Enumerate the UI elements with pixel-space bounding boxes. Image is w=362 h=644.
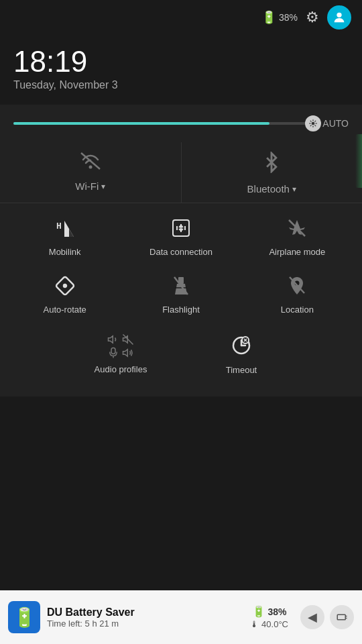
mobilink-toggle[interactable]: H Mobilink — [7, 210, 123, 265]
status-bar: 🔋 38% ⚙ — [0, 0, 362, 35]
mobilink-icon: H — [55, 218, 75, 241]
svg-marker-33 — [123, 350, 128, 357]
svg-line-8 — [315, 121, 316, 122]
row-2: H Mobilink Data connection — [0, 210, 362, 265]
notif-temp-icon: 🌡 — [250, 619, 259, 629]
audio-profiles-icon — [107, 333, 134, 359]
notif-battery-icon: 🔋 — [252, 605, 265, 618]
wifi-toggle[interactable]: Wi-Fi ▾ — [0, 142, 182, 203]
bluetooth-toggle[interactable]: Bluetooth ▾ — [182, 142, 363, 203]
airplane-mode-icon — [287, 218, 307, 241]
auto-rotate-toggle[interactable]: Auto-rotate — [7, 268, 123, 323]
row-4: Audio profiles Timeout — [0, 325, 362, 383]
notif-temp-value: 40.0°C — [261, 619, 288, 629]
bluetooth-off-icon — [262, 152, 281, 178]
timeout-toggle[interactable]: Timeout — [181, 325, 302, 383]
settings-icon[interactable]: ⚙ — [306, 9, 319, 26]
notif-battery-btn[interactable] — [330, 605, 354, 629]
clock-display: 18:19 — [13, 46, 349, 78]
notif-app-icon: 🔋 — [8, 601, 40, 633]
notif-back-btn[interactable]: ◀ — [300, 605, 324, 629]
notif-battery-pct: 38% — [268, 606, 287, 617]
wifi-off-icon — [80, 152, 101, 175]
flashlight-toggle[interactable]: Flashlight — [123, 268, 239, 323]
flashlight-icon — [172, 276, 190, 299]
brightness-slider[interactable] — [13, 122, 314, 125]
bluetooth-label: Bluetooth — [247, 183, 290, 195]
time-section: 18:19 Tuesday, November 3 — [0, 35, 362, 105]
svg-rect-31 — [111, 348, 115, 354]
svg-line-9 — [310, 125, 312, 127]
location-icon — [288, 276, 306, 299]
svg-line-6 — [310, 121, 312, 122]
timeout-icon — [231, 333, 252, 360]
svg-rect-40 — [337, 614, 345, 620]
wifi-chevron-icon: ▾ — [101, 182, 105, 191]
row-3: Auto-rotate Flashlight Loca — [0, 268, 362, 323]
avatar[interactable] — [327, 5, 351, 30]
bluetooth-chevron-icon: ▾ — [292, 184, 296, 194]
brightness-fill — [13, 122, 269, 125]
auto-rotate-icon — [55, 276, 75, 299]
brightness-knob[interactable] — [305, 115, 321, 131]
auto-rotate-label: Auto-rotate — [44, 305, 86, 315]
svg-line-7 — [315, 125, 316, 127]
airplane-mode-toggle[interactable]: Airplane mode — [239, 210, 355, 265]
mobilink-label: Mobilink — [49, 247, 81, 257]
battery-info: 🔋 38% — [261, 10, 298, 25]
data-connection-toggle[interactable]: Data connection — [123, 210, 239, 265]
audio-profiles-toggle[interactable]: Audio profiles — [60, 325, 181, 383]
svg-text:H: H — [56, 221, 62, 231]
data-connection-icon — [171, 218, 191, 241]
svg-marker-28 — [109, 336, 113, 343]
airplane-mode-label: Airplane mode — [269, 247, 325, 257]
notif-temp: 🌡 40.0°C — [250, 619, 288, 629]
flashlight-label: Flashlight — [162, 305, 200, 315]
notif-actions: ◀ — [300, 605, 354, 629]
wifi-label-row: Wi-Fi ▾ — [75, 180, 105, 192]
wifi-bt-row: Wi-Fi ▾ Bluetooth ▾ — [0, 142, 362, 203]
notif-subtitle: Time left: 5 h 21 m — [47, 619, 243, 629]
battery-percentage: 38% — [279, 12, 298, 23]
audio-profiles-label: Audio profiles — [95, 364, 147, 374]
notif-text: DU Battery Saver Time left: 5 h 21 m — [47, 606, 243, 629]
svg-point-1 — [312, 122, 315, 125]
notification-bar: 🔋 DU Battery Saver Time left: 5 h 21 m 🔋… — [0, 590, 362, 644]
data-connection-label: Data connection — [149, 247, 213, 257]
location-toggle[interactable]: Location — [239, 268, 355, 323]
svg-point-11 — [88, 166, 92, 169]
location-label: Location — [281, 305, 314, 315]
svg-point-21 — [64, 284, 66, 287]
notif-battery: 🔋 38% — [252, 605, 287, 618]
battery-icon: 🔋 — [261, 10, 276, 25]
date-display: Tuesday, November 3 — [13, 79, 349, 91]
brightness-section: AUTO — [0, 105, 362, 136]
side-edge — [355, 134, 362, 188]
wifi-label: Wi-Fi — [75, 180, 99, 192]
notif-right: 🔋 38% 🌡 40.0°C — [250, 605, 288, 629]
svg-point-0 — [337, 13, 341, 17]
auto-label: AUTO — [322, 118, 349, 129]
notif-title: DU Battery Saver — [47, 606, 243, 619]
bluetooth-label-row: Bluetooth ▾ — [247, 183, 296, 195]
toggles-section: Wi-Fi ▾ Bluetooth ▾ H — [0, 136, 362, 396]
timeout-label: Timeout — [226, 365, 257, 375]
